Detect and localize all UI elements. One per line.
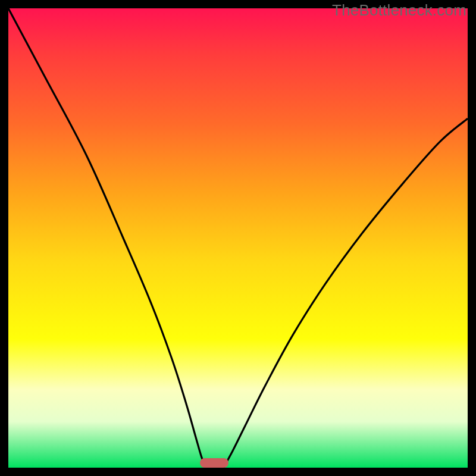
chart-plot-area <box>8 8 468 468</box>
watermark-text: TheBottleneck.com <box>332 1 466 20</box>
optimal-range-marker <box>200 458 228 468</box>
